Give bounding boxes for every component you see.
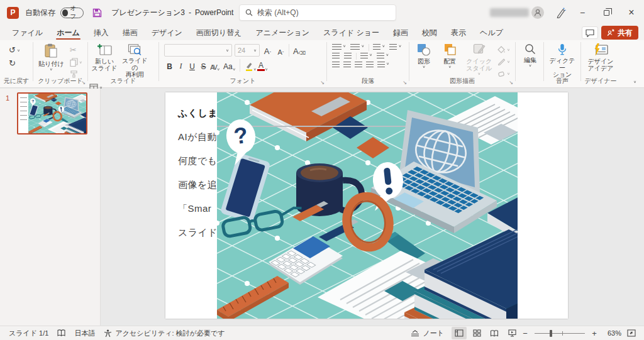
columns-button[interactable]: ∨ [356,53,372,60]
slide-canvas[interactable]: ふくしま AIが自動 何度でも 画像を追 「Smar スライド [165,92,568,319]
grow-font-button[interactable]: Aˆ [262,44,273,57]
text-highlight-button[interactable]: ∨ [240,59,257,72]
ribbon-tabs: ファイル ホーム 挿入 描画 デザイン 画面切り替え アニメーション スライド … [0,25,644,40]
tab-animations[interactable]: アニメーション [248,25,316,40]
cut-button[interactable]: ✂ [69,44,84,56]
shapes-button[interactable]: 図形 ∨ [412,40,436,78]
zoom-slider[interactable] [535,333,585,334]
slide-title-text[interactable]: ふくしま [178,107,218,119]
tab-draw[interactable]: 描画 [116,25,145,40]
arrange-button[interactable]: 配置 ∨ [438,40,462,78]
shape-outline-button[interactable]: ∨ [496,55,511,67]
powerpoint-logo-icon[interactable]: P [7,7,19,19]
change-case-button[interactable]: Aa∨ [223,59,236,72]
quick-styles-button[interactable]: クイック スタイル ∨ [464,40,494,78]
design-ideas-button[interactable]: デザイン アイデア [584,40,617,78]
normal-view-button[interactable] [452,327,467,339]
underline-button[interactable]: U [187,59,197,72]
comments-button[interactable] [582,26,598,39]
undo-button[interactable]: ↺ ∨ [8,44,33,56]
slide-body-line[interactable]: 何度でも [178,155,218,167]
bold-button[interactable]: B [164,59,175,72]
slide-body-line[interactable]: 「Smar [178,203,211,215]
slide-sorter-view-button[interactable] [469,327,484,339]
zoom-slider-thumb[interactable] [550,330,552,337]
zoom-level[interactable]: 63% [602,329,621,337]
bullets-button[interactable]: ∨ [332,44,346,51]
zoom-in-button[interactable]: + [591,329,597,338]
font-dialog-launcher[interactable]: ↘ [320,80,325,85]
justify-button[interactable] [366,62,374,69]
text-direction-button[interactable]: ∨ [389,44,401,51]
tab-design[interactable]: デザイン [145,25,189,40]
slide-body-line[interactable]: 画像を追 [178,179,217,191]
paste-button[interactable]: 貼り付け ∨ [38,40,64,78]
shapes-icon [417,43,431,56]
shapes-label: 図形 [418,58,430,65]
tab-file[interactable]: ファイル [5,25,50,40]
tab-transitions[interactable]: 画面切り替え [189,25,249,40]
editing-button[interactable]: 編集 ∨ [519,40,541,78]
fit-slide-button[interactable] [624,327,639,339]
shrink-font-button[interactable]: Aˇ [275,44,286,57]
font-size-combobox[interactable]: 24∨ [235,44,260,57]
clear-formatting-button[interactable]: A⌫ [289,44,306,57]
autosave-toggle[interactable]: オフ [60,8,84,18]
convert-smartart-button[interactable]: ∨ [377,62,389,69]
tab-insert[interactable]: 挿入 [87,25,116,40]
redo-button[interactable]: ↻ [8,57,33,69]
shape-fill-button[interactable]: ∨ [496,43,511,55]
save-button[interactable] [92,8,102,18]
status-bar: スライド 1/1 日本語 アクセシビリティ: 検討が必要です ノート [0,326,644,340]
powerpoint-window: P 自動保存 オフ プレゼンテーション3-PowerPoint 検索 (Alt+… [0,0,644,340]
decrease-indent-button[interactable] [332,53,340,60]
reading-view-button[interactable] [487,327,502,339]
share-button[interactable]: 共有 [601,26,638,40]
drawing-dialog-launcher[interactable]: ↘ [509,80,513,85]
line-spacing-button[interactable]: ∨ [369,44,385,51]
dictation-button[interactable]: ディクテー ション [547,40,578,78]
character-spacing-button[interactable]: AV∨ [209,59,220,72]
reuse-slides-button[interactable]: スライドの 再利用 [120,40,149,78]
notes-label: ノート [423,329,444,338]
tab-review[interactable]: 校閲 [415,25,444,40]
tab-record[interactable]: 録画 [386,25,415,40]
zoom-out-button[interactable]: − [522,329,528,338]
paragraph-dialog-launcher[interactable]: ↘ [402,80,407,85]
slide-indicator[interactable]: スライド 1/1 [9,329,48,338]
slide-body-line[interactable]: スライド [178,227,218,239]
user-avatar[interactable] [531,6,544,19]
copy-button[interactable]: ∨ [69,56,84,68]
accessibility-checker[interactable]: アクセシビリティ: 検討が必要です [104,329,225,338]
restore-button[interactable] [596,0,616,25]
slideshow-view-button[interactable] [504,327,519,339]
align-left-button[interactable] [332,62,340,69]
spell-check-button[interactable] [57,329,65,337]
align-right-button[interactable] [355,62,362,69]
clipboard-dialog-launcher[interactable]: ↘ [81,80,86,85]
italic-button[interactable]: I [175,59,186,72]
tab-view[interactable]: 表示 [444,25,473,40]
font-name-combobox[interactable]: ∨ [164,44,232,57]
align-text-button[interactable]: ∨ [377,53,389,60]
inking-pen-button[interactable] [555,7,566,18]
strikethrough-button[interactable]: S [198,59,209,72]
slide-thumbnail[interactable] [17,92,87,134]
reading-view-icon [490,330,499,337]
numbering-button[interactable]: ∨ [350,44,364,51]
collapse-ribbon-button[interactable]: ∨ [633,80,636,84]
close-button[interactable]: × [621,0,641,25]
increase-indent-button[interactable] [344,53,352,60]
tab-home[interactable]: ホーム [50,25,87,40]
font-color-button[interactable]: A ∨ [257,59,268,72]
slide-illustration-image[interactable]: ? [217,92,518,319]
search-input[interactable]: 検索 (Alt+Q) [239,4,396,21]
notes-button[interactable]: ノート [411,329,444,338]
language-indicator[interactable]: 日本語 [74,329,95,338]
minimize-button[interactable]: − [572,0,592,25]
align-center-button[interactable] [343,62,351,69]
tab-slideshow[interactable]: スライド ショー [316,25,386,40]
tab-help[interactable]: ヘルプ [473,25,510,40]
new-slide-button[interactable]: 新しい スライド [91,40,118,78]
slide-body-line[interactable]: AIが自動 [178,131,217,143]
